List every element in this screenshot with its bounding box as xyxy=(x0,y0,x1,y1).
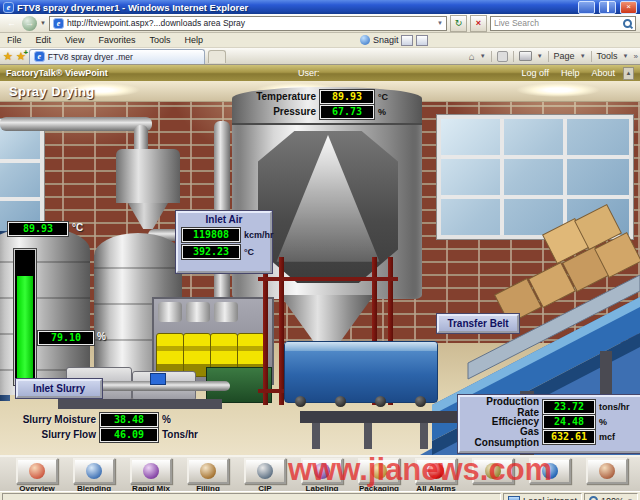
slurry-moisture-readout: 38.48 xyxy=(100,413,158,427)
status-bar: Local intranet 100% ▼ xyxy=(0,491,640,500)
cip-icon xyxy=(257,463,273,479)
inlet-air-flow-unit: kcm/hr xyxy=(244,230,274,240)
level-readout: 79.10 xyxy=(38,331,94,345)
nav-button-icon-box[interactable] xyxy=(187,458,229,484)
tools-dropdown-icon[interactable]: ▼ xyxy=(623,53,629,59)
add-favorite-icon[interactable]: ★ xyxy=(16,51,26,62)
menu-help[interactable]: Help xyxy=(177,35,210,45)
blending-icon xyxy=(86,463,102,479)
level-gauge xyxy=(14,249,36,385)
maximize-button[interactable] xyxy=(599,1,616,14)
stand-leg xyxy=(312,423,320,449)
menu-tools[interactable]: Tools xyxy=(142,35,177,45)
close-button[interactable]: × xyxy=(620,1,637,14)
spray-drying-scene: Temperature 89.93 °C Pressure 67.73 % In… xyxy=(0,81,640,455)
help-link[interactable]: Help xyxy=(561,68,580,78)
slurry-flow-unit: Tons/hr xyxy=(162,429,198,440)
menu-bar: File Edit View Favorites Tools Help Snag… xyxy=(0,33,640,48)
snagit-toolbar[interactable]: Snagit xyxy=(360,35,429,46)
tab-bar: ★ ★ e FTV8 spray dryer .mer ⌂▼ ▼ Page▼ T… xyxy=(0,48,640,65)
gas-consumption-readout: 632.61 xyxy=(543,430,595,444)
nav-button-home[interactable] xyxy=(584,458,630,485)
log-off-link[interactable]: Log off xyxy=(522,68,549,78)
factorytalk-app-bar: FactoryTalk® ViewPoint User: Log off Hel… xyxy=(0,65,640,81)
gas-consumption-unit: mcf xyxy=(599,432,639,442)
search-placeholder: Live Search xyxy=(494,18,539,28)
nav-button-filling[interactable]: Filling xyxy=(185,458,231,491)
efficiency-readout: 24.48 xyxy=(543,415,595,429)
page-menu[interactable]: Page xyxy=(554,51,575,61)
command-bar: ⌂▼ ▼ Page▼ Tools▼ » xyxy=(469,51,637,62)
production-rate-label: Production Rate xyxy=(463,396,539,418)
print-dropdown-icon[interactable]: ▼ xyxy=(537,53,543,59)
production-panel: Production Rate 23.72 tons/hr Efficiency… xyxy=(458,395,640,453)
nav-button-label: Blending xyxy=(77,485,111,491)
temperature-unit: °C xyxy=(378,92,388,102)
zone-label: Local intranet xyxy=(523,496,577,500)
overflow-chevron-icon[interactable]: » xyxy=(634,52,637,61)
address-dropdown-icon[interactable]: ▼ xyxy=(437,20,443,26)
forward-button[interactable]: → xyxy=(22,16,37,31)
nav-button-overview[interactable]: Overview xyxy=(14,458,60,491)
home-icon[interactable]: ⌂ xyxy=(469,51,475,62)
nav-button-icon-box[interactable] xyxy=(16,458,58,484)
back-button[interactable]: ← xyxy=(4,16,19,31)
tank-temp-readout: 89.93 xyxy=(8,222,68,236)
nav-button-icon-box[interactable] xyxy=(73,458,115,484)
inlet-slurry-button[interactable]: Inlet Slurry xyxy=(16,379,102,398)
menu-file[interactable]: File xyxy=(0,35,29,45)
level-unit: % xyxy=(97,331,106,342)
stand-leg xyxy=(420,423,428,449)
address-input[interactable]: e http://ftviewpoint.aspx?...downloads a… xyxy=(49,16,447,31)
zoom-control[interactable]: 100% ▼ xyxy=(584,493,638,500)
stand-leg xyxy=(364,423,372,449)
snagit-window-icon[interactable] xyxy=(401,35,413,46)
nav-button-icon-box[interactable] xyxy=(244,458,286,484)
pump-base xyxy=(58,399,222,409)
new-tab-stub[interactable] xyxy=(208,50,226,63)
search-input[interactable]: Live Search xyxy=(490,16,636,31)
home-dropdown-icon[interactable]: ▼ xyxy=(480,53,486,59)
tab-spray-dryer[interactable]: e FTV8 spray dryer .mer xyxy=(29,49,205,64)
support-crossbar xyxy=(258,277,398,281)
wheel xyxy=(375,396,386,407)
home-icon xyxy=(599,463,615,479)
search-icon[interactable] xyxy=(623,19,632,28)
tools-menu[interactable]: Tools xyxy=(597,51,618,61)
page-dropdown-icon[interactable]: ▼ xyxy=(580,53,586,59)
nav-button-rapid-mix[interactable]: Rapid Mix xyxy=(128,458,174,491)
favorites-star-icon[interactable]: ★ xyxy=(3,51,13,62)
scroll-up-icon[interactable]: ▲ xyxy=(623,67,634,80)
pressure-readout: 67.73 xyxy=(320,105,374,119)
history-dropdown-icon[interactable]: ▼ xyxy=(40,20,46,26)
wheel xyxy=(295,396,306,407)
valve xyxy=(150,373,166,385)
inlet-air-temp-readout: 392.23 xyxy=(182,245,240,259)
status-message xyxy=(2,493,501,500)
filling-icon xyxy=(200,463,216,479)
nav-button-icon-box[interactable] xyxy=(586,458,628,484)
production-rate-unit: tons/hr xyxy=(599,402,639,412)
stop-button[interactable]: × xyxy=(470,15,487,32)
metal-keg xyxy=(186,302,210,322)
nav-button-icon-box[interactable] xyxy=(130,458,172,484)
transfer-belt-button[interactable]: Transfer Belt xyxy=(437,314,519,333)
feeds-icon[interactable] xyxy=(497,51,508,62)
minimize-button[interactable] xyxy=(578,1,595,14)
menu-view[interactable]: View xyxy=(58,35,91,45)
slurry-moisture-label: Slurry Moisture xyxy=(0,414,96,425)
pressure-label: Pressure xyxy=(252,106,316,117)
refresh-button[interactable]: ↻ xyxy=(450,15,467,32)
nav-button-cip[interactable]: CIP xyxy=(242,458,288,491)
about-link[interactable]: About xyxy=(591,68,615,78)
print-icon[interactable] xyxy=(519,51,532,61)
menu-edit[interactable]: Edit xyxy=(29,35,59,45)
ie-logo-icon: e xyxy=(3,2,14,13)
zoom-icon xyxy=(589,496,598,500)
efficiency-unit: % xyxy=(599,417,639,427)
ceiling-lamp xyxy=(516,83,600,97)
snagit-capture-icon[interactable] xyxy=(416,35,428,46)
nav-button-blending[interactable]: Blending xyxy=(71,458,117,491)
discharge-conveyor xyxy=(284,341,438,403)
menu-favorites[interactable]: Favorites xyxy=(91,35,142,45)
